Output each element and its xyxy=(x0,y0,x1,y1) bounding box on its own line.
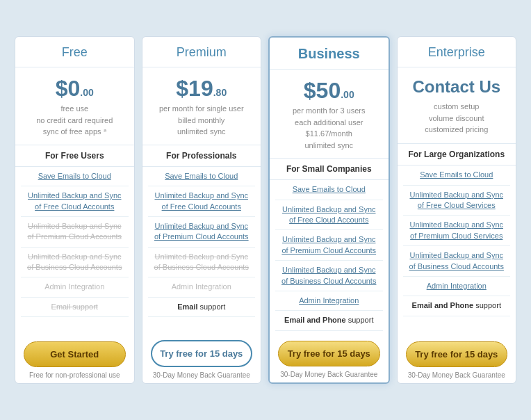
support-line-premium: Email support xyxy=(148,298,256,317)
feature-item-enterprise-0: Save Emails to Cloud xyxy=(403,165,511,185)
features-list-premium: Save Emails to CloudUnlimited Backup and… xyxy=(142,167,261,330)
feature-item-business-3: Unlimited Backup and Sync of Business Cl… xyxy=(275,261,383,291)
feature-item-enterprise-1: Unlimited Backup and Sync of Free Cloud … xyxy=(403,186,511,216)
price-section-enterprise: Contact Uscustom setupvolume discountcus… xyxy=(398,67,516,144)
support-line-enterprise: Email and Phone support xyxy=(403,296,511,316)
target-label-premium: For Professionals xyxy=(142,145,261,167)
footer-text-free: Free for non-professional use xyxy=(29,371,120,379)
target-label-free: For Free Users xyxy=(15,145,134,167)
footer-text-premium: 30-Day Money Back Guarantee xyxy=(153,371,250,379)
plan-card-premium: Premium$19.80per month for single userbi… xyxy=(142,36,262,384)
cta-section-business: Try free for 15 days30-Day Money Back Gu… xyxy=(270,334,389,382)
feature-item-premium-0: Save Emails to Cloud xyxy=(148,167,256,186)
cta-button-free[interactable]: Get Started xyxy=(24,341,126,367)
cta-section-enterprise: Try free for 15 days30-Day Money Back Gu… xyxy=(398,334,516,383)
price-desc-free: free useno credit card requiredsync of f… xyxy=(36,103,113,138)
feature-item-business-0: Save Emails to Cloud xyxy=(275,180,383,200)
plan-header-enterprise: Enterprise xyxy=(398,37,516,67)
feature-item-premium-3: Unlimited Backup and Sync of Business Cl… xyxy=(148,248,256,278)
features-list-business: Save Emails to CloudUnlimited Backup and… xyxy=(270,180,389,331)
feature-item-free-3: Unlimited Backup and Sync of Business Cl… xyxy=(21,248,129,278)
feature-item-premium-2: Unlimited Backup and Sync of Premium Clo… xyxy=(148,217,256,248)
feature-item-business-2: Unlimited Backup and Sync of Premium Clo… xyxy=(275,230,383,261)
target-label-business: For Small Companies xyxy=(270,159,389,180)
price-desc-premium: per month for single userbilled monthlyu… xyxy=(159,103,244,138)
support-line-business: Email and Phone support xyxy=(275,311,383,330)
feature-item-enterprise-4: Admin Integration xyxy=(403,277,511,296)
feature-item-business-1: Unlimited Backup and Sync of Free Cloud … xyxy=(275,200,383,231)
plan-header-free: Free xyxy=(15,37,134,67)
feature-item-business-4: Admin Integration xyxy=(275,291,383,311)
contact-label-enterprise: Contact Us xyxy=(412,77,500,97)
cta-section-free: Get StartedFree for non-professional use xyxy=(15,334,134,383)
cta-button-premium[interactable]: Try free for 15 days xyxy=(151,340,253,367)
feature-item-premium-1: Unlimited Backup and Sync of Free Cloud … xyxy=(148,186,256,217)
plan-name-free: Free xyxy=(62,45,88,59)
pricing-table: Free$0.00free useno credit card required… xyxy=(0,22,531,398)
feature-item-free-2: Unlimited Backup and Sync of Premium Clo… xyxy=(21,217,129,248)
features-list-free: Save Emails to CloudUnlimited Backup and… xyxy=(15,167,134,332)
support-line-free: Email support xyxy=(21,298,129,317)
feature-item-free-1: Unlimited Backup and Sync of Free Cloud … xyxy=(21,186,129,217)
price-main-business: $50.00 xyxy=(304,79,354,102)
plan-name-business: Business xyxy=(298,46,360,61)
plan-card-free: Free$0.00free useno credit card required… xyxy=(15,36,135,384)
footer-text-enterprise: 30-Day Money Back Guarantee xyxy=(408,371,505,379)
cta-button-business[interactable]: Try free for 15 days xyxy=(278,341,380,366)
price-desc-business: per month for 3 userseach additional use… xyxy=(275,105,383,151)
target-label-enterprise: For Large Organizations xyxy=(398,144,516,165)
feature-item-premium-4: Admin Integration xyxy=(148,277,256,297)
cta-button-enterprise[interactable]: Try free for 15 days xyxy=(406,341,508,367)
price-main-free: $0.00 xyxy=(56,77,94,99)
feature-item-free-4: Admin Integration xyxy=(21,277,129,297)
price-section-business: $50.00per month for 3 userseach addition… xyxy=(270,70,389,159)
plan-card-business: Business$50.00per month for 3 userseach … xyxy=(268,36,390,384)
plan-name-premium: Premium xyxy=(177,45,227,59)
price-section-free: $0.00free useno credit card requiredsync… xyxy=(15,67,134,145)
footer-text-business: 30-Day Money Back Guarantee xyxy=(280,371,377,378)
plan-card-enterprise: EnterpriseContact Uscustom setupvolume d… xyxy=(397,36,517,384)
price-section-premium: $19.80per month for single userbilled mo… xyxy=(142,67,261,145)
feature-item-enterprise-2: Unlimited Backup and Sync of Premium Clo… xyxy=(403,216,511,246)
plan-header-business: Business xyxy=(270,38,389,70)
plan-header-premium: Premium xyxy=(142,37,261,67)
features-list-enterprise: Save Emails to CloudUnlimited Backup and… xyxy=(398,165,516,332)
feature-item-enterprise-3: Unlimited Backup and Sync of Business Cl… xyxy=(403,246,511,277)
cta-section-premium: Try free for 15 days30-Day Money Back Gu… xyxy=(142,333,261,383)
price-desc-enterprise: custom setupvolume discountcustomized pr… xyxy=(425,101,488,136)
price-main-premium: $19.80 xyxy=(176,77,227,99)
feature-item-free-0: Save Emails to Cloud xyxy=(21,167,129,186)
plan-name-enterprise: Enterprise xyxy=(428,45,485,59)
